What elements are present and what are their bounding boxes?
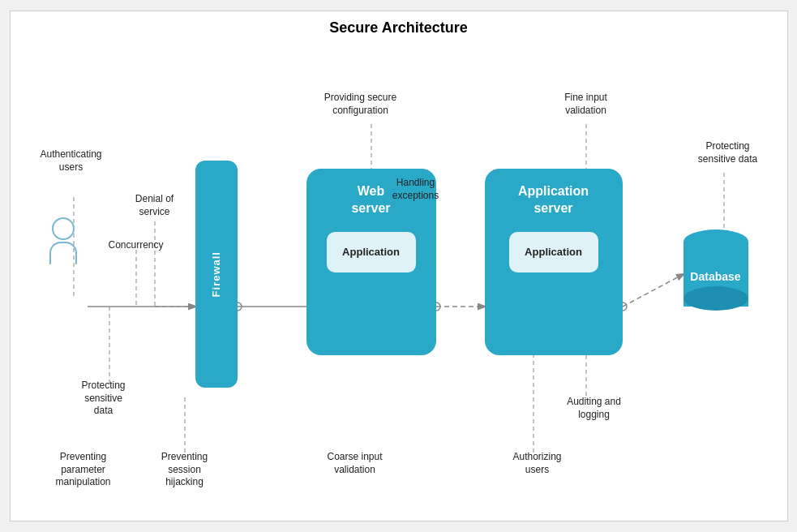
label-providing-secure: Providing secureconfiguration bbox=[312, 92, 409, 117]
label-protecting-sensitive-left: Protectingsensitivedata bbox=[63, 380, 144, 418]
database-block: Database bbox=[683, 230, 748, 311]
app-server-title: Applicationserver bbox=[518, 183, 589, 217]
firewall-label: Firewall bbox=[210, 251, 222, 297]
db-top bbox=[683, 230, 748, 254]
svg-line-5 bbox=[623, 274, 683, 307]
firewall-block: Firewall bbox=[195, 161, 238, 388]
label-concurrency: Concurrency bbox=[104, 239, 169, 252]
label-preventing-session: Preventingsessionhijacking bbox=[140, 451, 229, 489]
diagram-container: Secure Architecture bbox=[10, 11, 788, 521]
label-protecting-sensitive-right: Protectingsensitive data bbox=[683, 140, 773, 165]
label-fine-input: Fine inputvalidation bbox=[542, 92, 631, 117]
label-authenticating-users: Authenticating users bbox=[35, 148, 108, 174]
label-authorizing-users: Authorizingusers bbox=[497, 451, 578, 476]
page-title: Secure Architecture bbox=[19, 19, 779, 36]
database-label: Database bbox=[690, 270, 740, 283]
label-auditing-logging: Auditing andlogging bbox=[550, 396, 639, 421]
label-preventing-parameter: Preventingparametermanipulation bbox=[39, 451, 128, 489]
label-handling-exceptions: Handlingexceptions bbox=[371, 177, 461, 202]
label-denial-of-service: Denial of service bbox=[122, 193, 187, 218]
web-server-application: Application bbox=[327, 232, 416, 272]
user-head bbox=[52, 217, 75, 240]
user-figure bbox=[49, 217, 77, 264]
app-server-application: Application bbox=[509, 232, 598, 272]
label-coarse-input: Coarse inputvalidation bbox=[306, 451, 404, 476]
app-server-block: Applicationserver Application bbox=[485, 169, 623, 355]
db-bottom bbox=[683, 286, 748, 311]
diagram-area: Firewall Webserver Application Applicati… bbox=[19, 43, 779, 505]
user-body bbox=[49, 242, 77, 264]
